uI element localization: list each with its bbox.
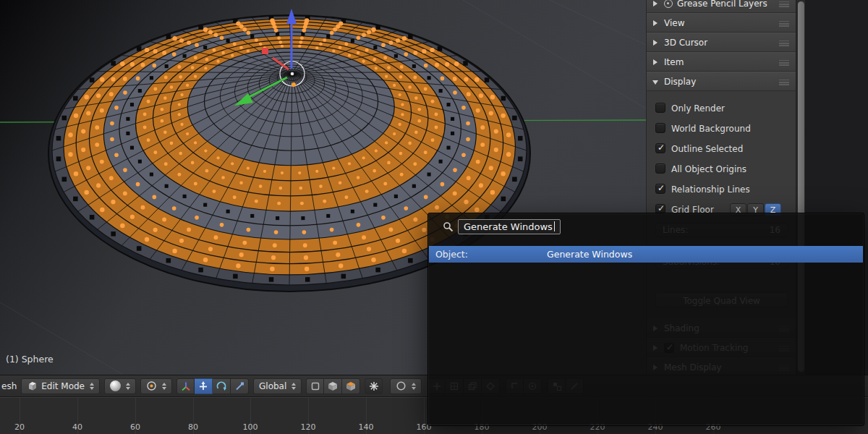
timeline-tick: 80	[193, 398, 194, 434]
checkbox[interactable]	[655, 184, 665, 194]
option-only-render[interactable]: Only Render	[647, 98, 796, 119]
panel-grip-icon[interactable]	[779, 1, 789, 7]
dropdown-arrows-icon	[162, 383, 166, 390]
manipulator-toggle-button[interactable]	[176, 378, 195, 394]
cube-orange-face-icon	[345, 380, 357, 392]
option-relationship-lines[interactable]: Relationship Lines	[647, 179, 796, 200]
collapse-arrow-icon	[653, 59, 658, 65]
panel-grip-icon[interactable]	[779, 80, 789, 85]
panel-item[interactable]: Item	[647, 52, 796, 72]
square-outline-icon	[310, 380, 321, 392]
panel-grip-icon[interactable]	[779, 60, 789, 66]
timeline-tick: 120	[308, 398, 309, 434]
translate-icon	[197, 380, 209, 392]
dropdown-arrows-icon	[292, 383, 296, 390]
checkbox[interactable]	[655, 143, 665, 153]
mesh-menu-partial[interactable]: esh	[1, 381, 17, 391]
collapse-arrow-icon	[653, 20, 658, 26]
snap-buttons	[306, 378, 360, 394]
shading-sphere-icon	[110, 380, 121, 391]
rotate-manipulator-button[interactable]	[213, 378, 231, 394]
manipulator-buttons	[176, 378, 249, 394]
dropdown-arrows-icon	[126, 383, 130, 390]
rotate-icon	[216, 380, 227, 392]
option-outline-selected[interactable]: Outline Selected	[647, 139, 796, 159]
pivot-point-icon	[146, 380, 157, 391]
collapse-arrow-icon	[653, 1, 658, 7]
operator-search-input[interactable]: Generate Windows	[458, 219, 561, 234]
option-world-background[interactable]: World Background	[647, 119, 796, 139]
panel-display[interactable]: Display	[647, 72, 796, 91]
pivot-point-dropdown[interactable]	[140, 378, 172, 394]
scale-icon	[234, 380, 245, 392]
blender-window: (1) Sphere Grease Pencil Layers View 3D …	[0, 0, 868, 434]
collapse-arrow-icon	[653, 40, 658, 46]
panel-view[interactable]: View	[647, 13, 796, 33]
panel-grease-pencil-layers[interactable]: Grease Pencil Layers	[647, 0, 796, 13]
search-result-row[interactable]: Object: Generate Windows	[429, 246, 863, 263]
scale-manipulator-button[interactable]	[231, 378, 249, 394]
checkbox[interactable]	[655, 103, 665, 113]
text-caret	[554, 221, 555, 231]
starburst-icon-button[interactable]	[365, 378, 383, 394]
search-row: Generate Windows	[443, 218, 561, 235]
panel-grip-icon[interactable]	[779, 41, 789, 46]
snap-increment-button[interactable]	[306, 378, 324, 394]
active-object-label: (1) Sphere	[6, 354, 54, 365]
circle-icon	[396, 380, 407, 391]
search-icon	[443, 221, 454, 232]
proportional-editing-dropdown[interactable]	[390, 378, 422, 394]
collapse-arrow-icon	[652, 80, 658, 85]
dropdown-arrows-icon	[412, 383, 416, 390]
checkbox[interactable]	[655, 163, 665, 174]
snap-target-button[interactable]	[342, 378, 360, 394]
checkbox[interactable]	[655, 123, 665, 133]
cube-icon	[327, 380, 339, 392]
grease-pencil-icon	[664, 0, 673, 8]
timeline-tick: 100	[250, 398, 251, 434]
operator-search-popup: Generate Windows Object: Generate Window…	[427, 213, 864, 426]
timeline-tick: 40	[77, 398, 78, 434]
translate-manipulator-button[interactable]	[195, 378, 213, 394]
timeline-tick: 160	[424, 398, 425, 434]
edit-mode-icon	[27, 380, 38, 391]
dropdown-arrows-icon	[90, 383, 94, 390]
panel-3d-cursor[interactable]: 3D Cursor	[647, 33, 796, 52]
timeline-tick: 60	[135, 398, 136, 434]
snap-element-button[interactable]	[324, 378, 342, 394]
mode-dropdown[interactable]: Edit Mode	[21, 378, 100, 394]
transform-orientation-dropdown[interactable]: Global	[253, 378, 302, 394]
option-all-object-origins[interactable]: All Object Origins	[647, 159, 796, 179]
panel-grip-icon[interactable]	[779, 21, 789, 27]
timeline-tick: 140	[366, 398, 367, 434]
axes-icon	[180, 380, 192, 392]
starburst-icon	[368, 380, 380, 392]
viewport-shading-dropdown[interactable]	[104, 378, 136, 394]
timeline-tick: 20	[20, 398, 20, 434]
